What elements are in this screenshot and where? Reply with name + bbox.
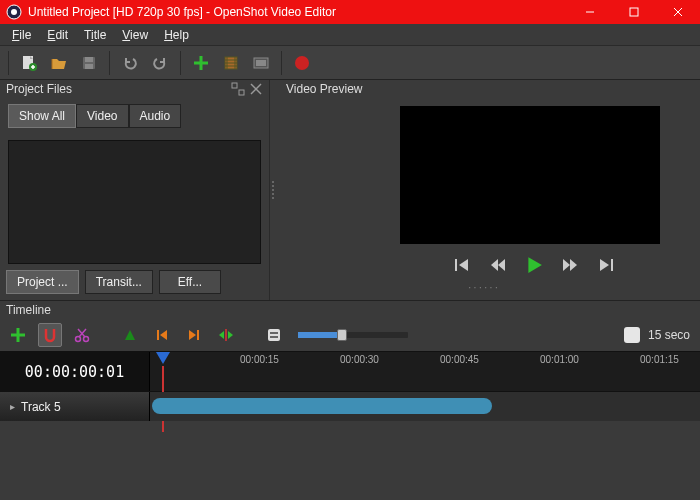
project-files-drop-area[interactable] [8,140,261,264]
svg-rect-32 [268,329,280,341]
timeline-timecode: 00:00:00:01 [0,352,150,391]
playback-controls [280,252,688,278]
menu-help[interactable]: Help [156,26,197,44]
minimize-button[interactable] [568,0,612,24]
track-header[interactable]: ▸ Track 5 [0,392,150,421]
add-track-button[interactable] [6,323,30,347]
razor-button[interactable] [70,323,94,347]
main-split: Project Files Show All Video Audio Proje… [0,80,700,300]
new-project-button[interactable] [15,49,43,77]
track-name: Track 5 [21,400,61,414]
undock-icon[interactable] [231,82,245,96]
project-files-label: Project Files [6,82,72,96]
playhead[interactable] [156,352,170,366]
open-project-button[interactable] [45,49,73,77]
close-panel-icon[interactable] [249,82,263,96]
svg-rect-21 [232,83,237,88]
svg-point-20 [295,56,309,70]
redo-button[interactable] [146,49,174,77]
menubar: FFileile Edit Title View Help [0,24,700,46]
timeline-ruler[interactable]: 00:00:15 00:00:30 00:00:45 00:01:00 00:0… [150,352,700,391]
preview-panel: Video Preview ······ [276,80,700,300]
svg-rect-10 [85,64,93,69]
timeline-label: Timeline [6,303,51,317]
zoom-tool-button[interactable] [262,323,286,347]
svg-rect-33 [270,332,278,334]
add-marker-button[interactable] [118,323,142,347]
svg-rect-9 [85,57,93,62]
undo-button[interactable] [116,49,144,77]
ruler-tick: 00:00:30 [340,354,379,365]
menu-edit[interactable]: Edit [39,26,76,44]
timeline-clip[interactable] [152,398,492,414]
project-files-panel: Project Files Show All Video Audio Proje… [0,80,270,300]
svg-rect-25 [455,259,457,271]
menu-title[interactable]: Title [76,26,114,44]
fullscreen-button[interactable] [247,49,275,77]
svg-rect-29 [157,330,159,340]
play-button[interactable] [523,254,545,276]
ruler-tick: 00:00:45 [440,354,479,365]
filter-show-all[interactable]: Show All [8,104,76,128]
ruler-tick: 00:01:15 [640,354,679,365]
svg-rect-22 [239,90,244,95]
timeline-ruler-row: 00:00:00:01 00:00:15 00:00:30 00:00:45 0… [0,351,700,391]
menu-file[interactable]: FFileile [4,26,39,44]
timeline-time-icon[interactable] [624,327,640,343]
tab-project-files[interactable]: Project ... [6,270,79,294]
video-preview-viewport[interactable] [400,106,660,244]
close-button[interactable] [656,0,700,24]
rewind-button[interactable] [487,254,509,276]
choose-profile-button[interactable] [217,49,245,77]
import-files-button[interactable] [187,49,215,77]
ruler-tick: 00:01:00 [540,354,579,365]
maximize-button[interactable] [612,0,656,24]
next-marker-button[interactable] [182,323,206,347]
jump-start-button[interactable] [451,254,473,276]
center-playhead-button[interactable] [214,323,238,347]
filter-video[interactable]: Video [76,104,128,128]
fast-forward-button[interactable] [559,254,581,276]
menu-view[interactable]: View [114,26,156,44]
main-toolbar [0,46,700,80]
prev-marker-button[interactable] [150,323,174,347]
snap-button[interactable] [38,323,62,347]
window-title: Untitled Project [HD 720p 30 fps] - Open… [28,5,568,19]
save-project-button[interactable] [75,49,103,77]
ruler-tick: 00:00:15 [240,354,279,365]
titlebar: Untitled Project [HD 720p 30 fps] - Open… [0,0,700,24]
app-icon [6,4,22,20]
svg-point-1 [11,9,17,15]
svg-rect-26 [611,259,613,271]
svg-rect-19 [256,60,266,66]
track-expand-icon[interactable]: ▸ [10,401,15,412]
zoom-slider[interactable] [298,332,408,338]
jump-end-button[interactable] [595,254,617,276]
panel-splitter-horizontal[interactable]: ······ [280,278,688,296]
tab-transitions[interactable]: Transit... [85,270,153,294]
project-filter-tabs: Show All Video Audio [8,104,261,128]
svg-rect-34 [270,336,278,338]
tab-effects[interactable]: Eff... [159,270,221,294]
export-video-button[interactable] [288,49,316,77]
track-body[interactable] [150,392,700,421]
timeline-panel: Timeline 15 seco 00:00:00:01 00:00:15 00… [0,300,700,421]
timeline-track: ▸ Track 5 [0,391,700,421]
svg-rect-30 [197,330,199,340]
svg-rect-3 [630,8,638,16]
panel-tabs-bottom: Project ... Transit... Eff... [0,270,269,300]
timeline-duration-label: 15 seco [648,328,690,342]
video-preview-label: Video Preview [286,82,363,96]
timeline-toolbar: 15 seco [0,319,700,351]
filter-audio[interactable]: Audio [129,104,182,128]
